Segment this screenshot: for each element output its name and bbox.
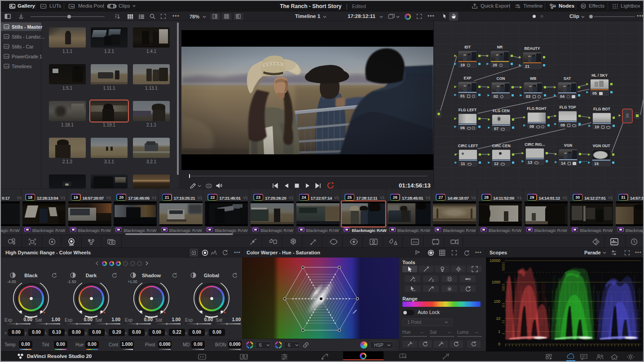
svg-text:HDR: HDR [69, 244, 74, 246]
svg-text:10: 10 [496, 316, 501, 321]
svg-text:0: 0 [498, 342, 500, 346]
svg-text:10000: 10000 [490, 258, 500, 263]
svg-text:1: 1 [498, 329, 500, 334]
svg-text:1000: 1000 [492, 280, 500, 284]
svg-text:100: 100 [494, 299, 500, 304]
